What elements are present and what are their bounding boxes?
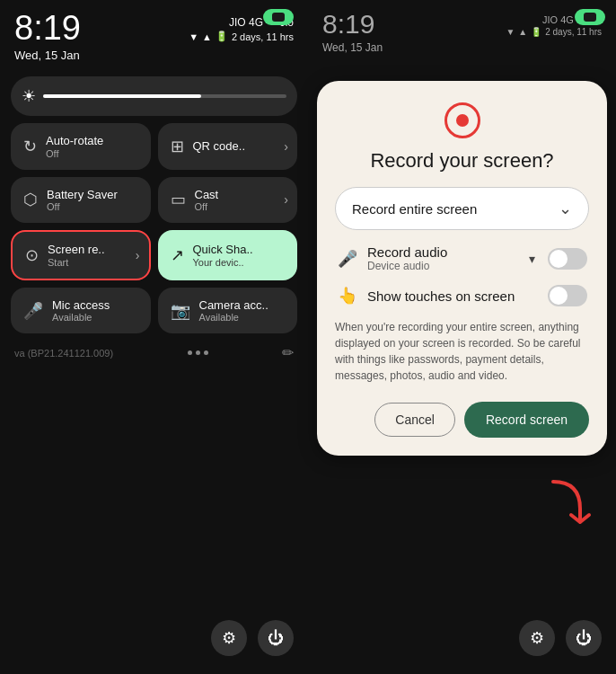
settings-button-right[interactable]: ⚙ [519, 620, 555, 656]
show-touches-label: Show touches on screen [367, 288, 539, 304]
signal-row-left: ▼ ▲ 🔋 2 days, 11 hrs [189, 31, 294, 42]
tile-quick-share-text: Quick Sha.. Your devic.. [193, 243, 253, 268]
tile-auto-rotate-text: Auto-rotate Off [46, 134, 103, 159]
brightness-icon: ☀ [22, 86, 36, 106]
signal-row-right: ▼ ▲ 🔋 2 days, 11 hrs [506, 27, 602, 37]
tile-quick-share-subtitle: Your devic.. [193, 257, 253, 268]
show-touches-text: Show touches on screen [367, 288, 539, 304]
bottom-nav-left: ⚙ ⏻ [211, 620, 294, 656]
screen-rec-arrow-icon: › [136, 248, 140, 262]
cast-icon: ▭ [171, 190, 186, 209]
brightness-row[interactable]: ☀ [11, 76, 297, 116]
time-right: 8:19 [322, 11, 374, 38]
tile-auto-rotate[interactable]: ↻ Auto-rotate Off [11, 123, 151, 170]
signal-icon: ▲ [202, 31, 212, 42]
tile-quick-share[interactable]: ↗ Quick Sha.. Your devic.. [158, 230, 298, 280]
signal-icon-right: ▲ [518, 27, 527, 37]
rec-top-dot [584, 13, 596, 22]
status-bar-left: 8:19 JIO 4G — Jio ▼ ▲ 🔋 2 days, 11 hrs [0, 0, 308, 49]
dialog-disclaimer: When you're recording your entire screen… [335, 319, 589, 384]
time-left: 8:19 [14, 11, 81, 45]
auto-rotate-icon: ↻ [23, 137, 37, 156]
tile-qr-title: QR code.. [193, 139, 246, 154]
arrow-indicator [544, 477, 598, 535]
tile-mic-title: Mic access [52, 298, 110, 313]
wifi-icon: ▼ [189, 31, 198, 42]
tile-battery-saver[interactable]: ⬡ Battery Saver Off [11, 177, 151, 224]
dialog-buttons: Cancel Record screen [335, 402, 589, 438]
record-dropdown-value: Record entire screen [352, 201, 477, 217]
tile-qr-code-text: QR code.. [193, 139, 246, 154]
tile-auto-rotate-subtitle: Off [46, 148, 103, 159]
screen-rec-top-right-indicator [575, 9, 605, 25]
record-screen-button[interactable]: Record screen [464, 402, 589, 438]
record-inner-dot [456, 114, 469, 127]
qr-code-icon: ⊞ [171, 137, 184, 156]
power-button-left[interactable]: ⏻ [258, 620, 294, 656]
audio-toggle-knob [550, 250, 568, 268]
screen-record-top-indicator [263, 9, 294, 25]
tile-camera-title: Camera acc.. [199, 298, 268, 313]
rec-dot [272, 13, 285, 22]
screen-record-icon: ⊙ [25, 245, 39, 265]
record-audio-sublabel: Device audio [367, 260, 520, 272]
show-touches-toggle[interactable] [548, 285, 587, 306]
tile-screen-rec-text: Screen re.. Start [48, 243, 105, 268]
bottom-row-left: va (BP21.241121.009) ✏ [0, 337, 308, 368]
tile-battery-title: Battery Saver [47, 188, 118, 202]
touch-icon: 👆 [337, 286, 358, 306]
record-type-dropdown[interactable]: Record entire screen ⌄ [335, 187, 589, 230]
qr-arrow-icon: › [284, 139, 288, 154]
quick-tiles: ↻ Auto-rotate Off ⊞ QR code.. › ⬡ Batter… [0, 123, 308, 333]
settings-button-left[interactable]: ⚙ [211, 620, 247, 656]
touches-toggle-knob [550, 287, 568, 305]
tile-camera-text: Camera acc.. Available [199, 298, 268, 324]
tile-cast-text: Cast Off [195, 188, 219, 213]
dots-menu[interactable] [188, 350, 208, 355]
battery-text-right: 2 days, 11 hrs [545, 27, 602, 37]
dropdown-chevron-icon: ⌄ [559, 199, 572, 218]
dialog-record-icon [335, 102, 589, 138]
dialog-title: Record your screen? [335, 149, 589, 173]
tile-cast-title: Cast [195, 188, 219, 202]
version-text: va (BP21.241121.009) [14, 348, 113, 359]
tile-cast-subtitle: Off [195, 201, 219, 212]
edit-icon[interactable]: ✏ [282, 344, 294, 361]
tile-auto-rotate-title: Auto-rotate [46, 134, 103, 148]
right-panel: 8:19 JIO 4G — Jio ▼ ▲ 🔋 2 days, 11 hrs W… [308, 0, 616, 674]
power-button-right[interactable]: ⏻ [566, 620, 602, 656]
tile-screen-rec-title: Screen re.. [48, 243, 105, 257]
tile-screen-record[interactable]: ⊙ Screen re.. Start › [11, 230, 151, 280]
dot1 [188, 350, 192, 355]
tile-mic-text: Mic access Available [52, 298, 110, 324]
tile-quick-share-title: Quick Sha.. [193, 243, 253, 257]
tile-camera-access[interactable]: 📷 Camera acc.. Available [158, 288, 298, 334]
tile-mic-access[interactable]: 🎤 Mic access Available [11, 288, 151, 334]
battery-saver-icon: ⬡ [23, 190, 38, 209]
wifi-icon-right: ▼ [506, 27, 515, 37]
tile-qr-code[interactable]: ⊞ QR code.. › [158, 123, 298, 170]
date-right: Wed, 15 Jan [308, 41, 616, 61]
record-audio-label: Record audio [367, 244, 520, 260]
audio-mic-icon: 🎤 [337, 249, 358, 269]
tile-battery-text: Battery Saver Off [47, 188, 118, 213]
audio-dropdown-arrow-icon[interactable]: ▾ [529, 252, 535, 266]
status-bar-right: 8:19 JIO 4G — Jio ▼ ▲ 🔋 2 days, 11 hrs [308, 0, 616, 41]
cancel-button[interactable]: Cancel [374, 403, 455, 437]
brightness-fill [43, 94, 201, 98]
left-panel: 8:19 JIO 4G — Jio ▼ ▲ 🔋 2 days, 11 hrs W… [0, 0, 308, 674]
quick-share-icon: ↗ [171, 245, 184, 265]
mic-icon: 🎤 [23, 301, 43, 321]
record-audio-toggle[interactable] [548, 248, 587, 270]
tile-mic-subtitle: Available [52, 312, 110, 323]
show-touches-row: 👆 Show touches on screen [335, 285, 589, 306]
tile-cast[interactable]: ▭ Cast Off › [158, 177, 298, 224]
tile-screen-rec-subtitle: Start [48, 257, 105, 268]
brightness-bar[interactable] [43, 94, 286, 98]
record-circle-icon [444, 102, 480, 138]
record-audio-row: 🎤 Record audio Device audio ▾ [335, 244, 589, 272]
record-screen-dialog: Record your screen? Record entire screen… [317, 81, 607, 456]
tile-camera-subtitle: Available [199, 312, 268, 323]
dot2 [196, 350, 200, 355]
battery-text-left: 2 days, 11 hrs [232, 31, 294, 42]
